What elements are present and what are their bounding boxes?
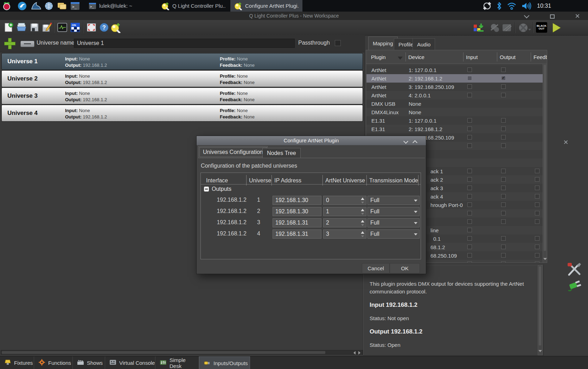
output-checkbox[interactable] — [501, 219, 506, 224]
input-checkbox[interactable] — [467, 236, 472, 241]
scroll-left-icon[interactable] — [353, 351, 356, 355]
artnet-universe-spinbox[interactable]: 1 — [323, 207, 366, 216]
output-checkbox[interactable] — [501, 118, 506, 123]
transmission-mode-select[interactable]: Full — [368, 196, 420, 205]
dialog-titlebar[interactable]: Configure ArtNet Plugin — [197, 136, 426, 145]
input-checkbox[interactable] — [467, 93, 472, 97]
add-universe-button[interactable] — [4, 38, 15, 48]
collapse-icon[interactable] — [204, 187, 209, 192]
column-transmission-mode[interactable]: Transmission Mode — [369, 177, 418, 184]
input-checkbox[interactable] — [467, 135, 472, 140]
bottom-tab-simple-desk[interactable]: Simple Desk — [155, 356, 199, 369]
chevron-down-icon[interactable] — [528, 29, 531, 31]
volume-icon[interactable] — [522, 2, 532, 10]
new-workspace-icon[interactable] — [4, 22, 13, 32]
io-table-row[interactable]: ArtNet2: 192.168.1.2 — [366, 74, 544, 83]
scrollbar-thumb[interactable] — [544, 65, 546, 251]
bluetooth-icon[interactable] — [497, 2, 502, 10]
io-table-row[interactable]: DMX4LinuxNone — [366, 108, 544, 116]
ip-address-field[interactable]: 192.168.1.30 — [273, 207, 321, 216]
feedback-checkbox[interactable] — [535, 202, 539, 207]
connector-icon[interactable] — [567, 278, 582, 294]
feedback-checkbox[interactable] — [535, 211, 539, 215]
column-feedback[interactable]: Feedback — [533, 54, 547, 60]
help-icon[interactable]: ? — [99, 22, 109, 32]
unshade-icon[interactable] — [413, 140, 417, 145]
output-checkbox[interactable] — [501, 67, 506, 72]
save-icon[interactable] — [30, 22, 39, 32]
input-checkbox[interactable] — [467, 261, 472, 263]
output-checkbox[interactable] — [501, 84, 506, 89]
cancel-button[interactable]: Cancel — [362, 263, 390, 273]
tab-audio[interactable]: Audio — [413, 38, 435, 50]
input-checkbox[interactable] — [467, 202, 472, 207]
sort-descending-icon[interactable] — [398, 57, 403, 60]
maximize-icon[interactable] — [550, 14, 554, 18]
taskbar-window-terminal[interactable]: >_ lulek@lulek: ~ — [85, 0, 136, 12]
output-checkbox[interactable] — [501, 177, 506, 182]
blackout-button[interactable]: Black Out — [536, 22, 547, 33]
column-plugin[interactable]: Plugin — [371, 54, 386, 60]
ip-address-field[interactable]: 192.168.1.31 — [273, 229, 321, 239]
spin-up-icon[interactable] — [361, 209, 364, 211]
feedback-checkbox[interactable] — [535, 253, 539, 258]
dmx-monitor-icon[interactable] — [57, 22, 67, 32]
feedback-checkbox[interactable] — [535, 261, 539, 263]
spin-up-icon[interactable] — [361, 231, 364, 234]
feedback-checkbox[interactable] — [535, 177, 539, 182]
bird-browser-icon[interactable] — [18, 1, 27, 11]
scroll-down-icon[interactable] — [543, 258, 547, 260]
artnet-universe-spinbox[interactable]: 2 — [323, 218, 366, 227]
io-table-row[interactable]: ArtNet3: 192.168.250.109 — [366, 83, 544, 91]
transmission-mode-select[interactable]: Full — [368, 229, 420, 239]
taskbar-window-artnet-dialog[interactable]: Configure ArtNet Plugi. — [230, 0, 302, 12]
bottom-tab-functions[interactable]: Functions — [34, 356, 73, 369]
input-checkbox[interactable] — [467, 253, 472, 258]
address-tool-icon[interactable]: ON — [70, 22, 80, 32]
open-icon[interactable] — [16, 22, 26, 32]
tab-universes-configuration[interactable]: Universes Configuration — [198, 146, 268, 158]
input-checkbox[interactable] — [467, 169, 472, 173]
tools-icon[interactable] — [567, 262, 582, 278]
column-output[interactable]: Output — [500, 54, 516, 60]
column-artnet-universe[interactable]: ArtNet Universe — [325, 177, 365, 184]
spin-down-icon[interactable] — [361, 213, 364, 215]
scroll-right-icon[interactable] — [358, 351, 360, 355]
output-checkbox[interactable] — [501, 143, 506, 148]
spin-up-icon[interactable] — [361, 198, 364, 200]
output-checkbox[interactable] — [501, 245, 506, 249]
input-checkbox[interactable] — [467, 76, 472, 80]
fullscreen-icon[interactable] — [87, 22, 96, 32]
close-icon[interactable] — [575, 14, 580, 17]
output-checkbox[interactable] — [501, 93, 506, 97]
info-scrollbar[interactable] — [538, 265, 543, 355]
wireshark-icon[interactable] — [31, 1, 40, 11]
output-checkbox[interactable] — [501, 236, 506, 241]
scrollbar-thumb[interactable] — [539, 266, 541, 345]
io-table-row[interactable]: DMX USBNone — [366, 99, 544, 108]
artnet-universe-spinbox[interactable]: 3 — [323, 229, 366, 239]
start-icon[interactable] — [553, 23, 561, 32]
ok-button[interactable]: OK — [390, 263, 420, 273]
spin-down-icon[interactable] — [361, 235, 364, 237]
patched-universe-row[interactable]: 192.168.1.21192.168.1.300Full — [201, 195, 421, 206]
input-checkbox[interactable] — [467, 177, 472, 182]
io-table-row[interactable]: E1.312: 192.168.1.2 — [366, 125, 544, 133]
remove-universe-button[interactable] — [20, 41, 34, 47]
vertical-scrollbar[interactable] — [543, 64, 547, 263]
output-checkbox[interactable] — [501, 127, 506, 131]
scroll-down-icon[interactable] — [538, 350, 542, 352]
output-checkbox[interactable] — [501, 261, 506, 263]
feedback-checkbox[interactable] — [535, 194, 539, 199]
horizontal-scrollbar[interactable] — [1, 350, 363, 355]
shade-icon[interactable] — [403, 139, 408, 144]
universe-row[interactable]: Universe 1Input: NoneOutput: 192.168.1.2… — [1, 53, 363, 70]
shade-icon[interactable] — [525, 14, 529, 17]
tab-nodes-tree[interactable]: Nodes Tree — [262, 148, 301, 158]
feedback-checkbox[interactable] — [535, 236, 539, 241]
output-checkbox[interactable] — [501, 194, 506, 199]
output-checkbox[interactable] — [501, 186, 506, 190]
column-input[interactable]: Input — [466, 54, 478, 60]
column-universe[interactable]: Universe — [249, 177, 271, 184]
input-checkbox[interactable] — [467, 143, 472, 148]
